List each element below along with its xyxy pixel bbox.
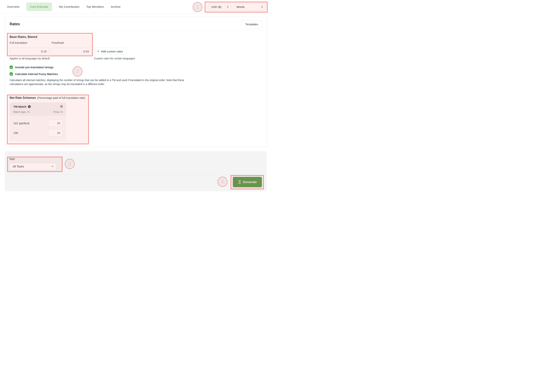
- add-custom-rates-button[interactable]: + Add custom rates: [94, 48, 126, 55]
- unit-select-value: Words: [237, 5, 244, 8]
- tm-match-header: TM Match i ⚙ Match type, % Price, %: [10, 102, 66, 116]
- fuzzy-matches-label: Calculate Internal Fuzzy Matches: [15, 73, 58, 76]
- net-rate-schemes-header: Net Rate Schemes (Percentage paid of ful…: [10, 96, 85, 100]
- sorter-icon: [227, 6, 228, 8]
- cost-estimate-page: Overview Cost Estimate My Contribution T…: [0, 0, 272, 196]
- fuzzy-matches-description: Calculates all internal matches, display…: [10, 78, 193, 86]
- templates-button[interactable]: Templates: [241, 20, 262, 28]
- pretranslated-checkbox[interactable]: [10, 66, 13, 69]
- tm-match-card: TM Match i ⚙ Match type, % Price, % 101 …: [10, 102, 66, 141]
- net-rate-schemes-subtitle: (Percentage paid of full translation rat…: [37, 96, 85, 99]
- proofread-label: Proofread: [52, 41, 64, 44]
- full-translation-input[interactable]: [10, 48, 49, 55]
- nav-divider: [0, 13, 272, 14]
- unit-select[interactable]: Words: [234, 3, 265, 11]
- tab-archive[interactable]: Archive: [111, 5, 121, 8]
- fuzzy-matches-checkbox[interactable]: [10, 72, 13, 76]
- rates-title: Rates: [10, 22, 20, 26]
- generate-section: Task: All Tasks Generate: [5, 151, 267, 191]
- info-icon[interactable]: i: [28, 105, 31, 108]
- sorter-icon: [261, 6, 263, 8]
- add-custom-rates-label: Add custom rates: [101, 50, 123, 53]
- custom-rates-caption: Custom rates for certain languages: [94, 57, 135, 60]
- tab-top-members[interactable]: Top Members: [86, 5, 104, 8]
- tab-my-contribution[interactable]: My Contribution: [59, 5, 79, 8]
- task-select-value: All Tasks: [13, 165, 24, 168]
- annotation-circle-1: 1: [193, 2, 203, 12]
- tm-row-label: 101 (perfect): [13, 122, 29, 125]
- caret-down-icon: [51, 166, 53, 167]
- rates-card: Rates Templates Base Rates, $/word Full …: [5, 17, 267, 147]
- task-label: Task:: [9, 157, 16, 160]
- tab-cost-estimate[interactable]: Cost Estimate: [26, 2, 52, 11]
- tm-row-price-input[interactable]: [48, 119, 63, 127]
- hourglass-icon: [238, 180, 241, 184]
- currency-select[interactable]: USD ($): [209, 3, 231, 11]
- task-select[interactable]: All Tasks: [9, 163, 56, 170]
- plus-icon: +: [97, 50, 99, 53]
- generate-button[interactable]: Generate: [233, 177, 262, 187]
- full-translation-label: Full translation: [10, 41, 27, 44]
- currency-select-value: USD ($): [211, 5, 221, 8]
- price-column-label: Price, %: [53, 110, 63, 113]
- top-nav: Overview Cost Estimate My Contribution T…: [7, 0, 120, 14]
- footer-divider: [9, 174, 262, 175]
- tab-overview[interactable]: Overview: [7, 5, 19, 8]
- base-rates-title: Base Rates, $/word: [10, 35, 37, 39]
- base-rates-caption: Applies to all languages by default: [10, 57, 50, 60]
- pretranslated-label: Include pre-translated strings: [15, 66, 54, 69]
- gear-icon[interactable]: ⚙: [60, 105, 63, 108]
- net-rate-schemes-title: Net Rate Schemes: [10, 96, 36, 100]
- proofread-input[interactable]: [52, 48, 91, 55]
- generate-button-label: Generate: [243, 180, 257, 184]
- pretranslated-row: Include pre-translated strings: [10, 66, 54, 69]
- tm-row-label: 100: [13, 131, 18, 134]
- match-type-column-label: Match type, %: [13, 110, 30, 113]
- fuzzy-matches-row: Calculate Internal Fuzzy Matches: [10, 72, 58, 76]
- tm-match-title: TM Match: [13, 105, 26, 108]
- tm-row-price-input[interactable]: [48, 129, 63, 136]
